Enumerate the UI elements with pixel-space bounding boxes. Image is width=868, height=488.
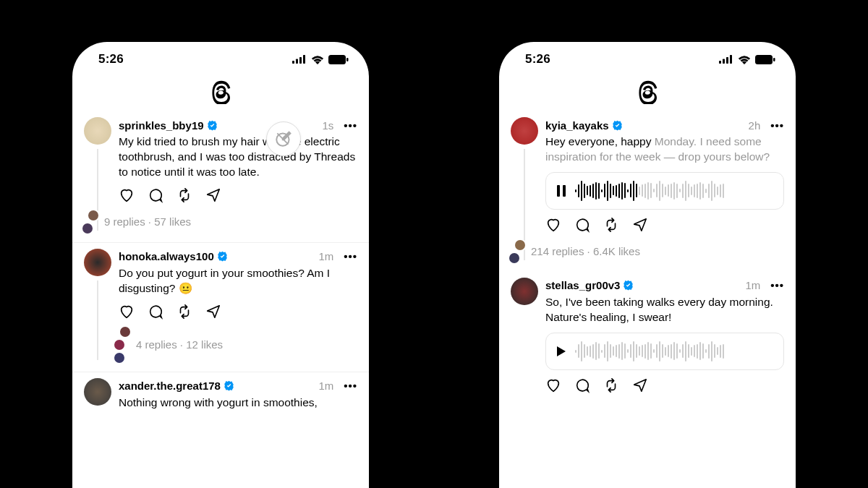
username[interactable]: kyia_kayaks (545, 119, 609, 132)
svg-rect-10 (726, 57, 728, 64)
thread-line (97, 281, 98, 360)
post-stats[interactable]: 4 replies · 12 likes (119, 325, 357, 364)
svg-rect-12 (755, 55, 773, 64)
more-button[interactable]: ••• (344, 120, 357, 131)
timestamp: 2h (749, 119, 761, 132)
svg-rect-5 (346, 58, 349, 61)
status-icons (292, 55, 349, 64)
reply-avatars (119, 325, 132, 364)
reply-avatars (87, 209, 100, 235)
svg-rect-1 (296, 59, 298, 64)
voice-note[interactable] (545, 172, 784, 210)
status-icons (719, 55, 775, 64)
svg-rect-13 (773, 58, 775, 61)
avatar[interactable] (84, 249, 111, 276)
post-text: So, I've been taking walks every day mor… (545, 295, 784, 325)
comment-icon[interactable] (574, 217, 590, 233)
more-button[interactable]: ••• (770, 280, 784, 291)
more-button[interactable]: ••• (770, 120, 784, 131)
pause-icon[interactable] (556, 185, 566, 197)
post-actions (545, 377, 784, 393)
voice-note[interactable] (545, 333, 784, 370)
post[interactable]: stellas_gr00v3 1m ••• So, I've been taki… (499, 272, 796, 401)
verified-badge-icon (623, 280, 634, 291)
feed: sprinkles_bby19 1s ••• My kid tried to b… (72, 111, 369, 418)
svg-rect-11 (730, 55, 732, 64)
wifi-icon (738, 55, 751, 64)
cellular-icon (292, 55, 307, 64)
threads-logo-icon (636, 78, 659, 104)
status-time: 5:26 (525, 52, 550, 67)
phone-left: 5:26 sprinkles_bby19 1s ••• (72, 42, 369, 488)
more-button[interactable]: ••• (344, 380, 357, 391)
status-bar: 5:26 (72, 42, 369, 71)
battery-icon (328, 55, 349, 64)
post-text: My kid tried to brush my hair with the e… (119, 134, 357, 180)
share-icon[interactable] (632, 377, 648, 393)
post-actions (119, 187, 357, 203)
svg-rect-9 (723, 59, 725, 64)
app-header (499, 71, 796, 111)
repost-icon[interactable] (176, 304, 192, 320)
timestamp: 1m (318, 250, 333, 262)
verified-badge-icon (224, 380, 234, 391)
post[interactable]: kyia_kayaks 2h ••• Hey everyone, happy M… (499, 111, 796, 272)
repost-icon[interactable] (176, 187, 192, 203)
reply-avatars (514, 239, 527, 265)
comment-icon[interactable] (148, 187, 163, 203)
post[interactable]: sprinkles_bby19 1s ••• My kid tried to b… (72, 111, 369, 243)
post-text: Nothing wrong with yogurt in smoothies, (119, 395, 357, 411)
compose-floating-button[interactable] (266, 121, 301, 156)
username[interactable]: honoka.always100 (119, 250, 214, 262)
username[interactable]: xander.the.great178 (119, 380, 221, 392)
cellular-icon (719, 55, 733, 64)
comment-icon[interactable] (574, 377, 590, 393)
post-stats[interactable]: 9 replies · 57 likes (87, 209, 357, 235)
more-button[interactable]: ••• (344, 251, 357, 262)
svg-rect-15 (563, 185, 566, 197)
waveform (575, 180, 773, 202)
status-time: 5:26 (98, 52, 124, 67)
phone-right: 5:26 kyia_kayaks 2h ••• Hey (499, 42, 796, 488)
post[interactable]: honoka.always100 1m ••• Do you put yogur… (72, 243, 369, 372)
svg-rect-3 (303, 55, 305, 64)
username[interactable]: stellas_gr00v3 (545, 279, 620, 291)
waveform (575, 341, 773, 362)
like-icon[interactable] (545, 377, 561, 393)
timestamp: 1s (322, 119, 333, 132)
avatar[interactable] (84, 378, 111, 406)
svg-rect-4 (328, 55, 346, 64)
edit-circle-icon (274, 129, 293, 148)
share-icon[interactable] (632, 217, 648, 233)
svg-rect-0 (292, 61, 294, 64)
avatar[interactable] (511, 117, 538, 145)
like-icon[interactable] (545, 217, 561, 233)
like-icon[interactable] (119, 187, 135, 203)
timestamp: 1m (745, 279, 760, 291)
post-text: Do you put yogurt in your smoothies? Am … (119, 266, 357, 296)
username[interactable]: sprinkles_bby19 (119, 119, 204, 132)
post-actions (119, 304, 357, 320)
repost-icon[interactable] (603, 217, 619, 233)
battery-icon (755, 55, 775, 64)
verified-badge-icon (207, 120, 218, 131)
repost-icon[interactable] (603, 377, 619, 393)
avatar[interactable] (511, 278, 538, 305)
verified-badge-icon (612, 120, 623, 131)
svg-rect-8 (719, 61, 721, 64)
share-icon[interactable] (205, 187, 221, 203)
play-icon[interactable] (556, 346, 566, 357)
like-icon[interactable] (119, 304, 135, 320)
post-stats[interactable]: 214 replies · 6.4K likes (514, 239, 784, 265)
verified-badge-icon (217, 251, 228, 262)
post[interactable]: xander.the.great178 1m ••• Nothing wrong… (72, 372, 369, 418)
svg-rect-2 (299, 57, 302, 64)
svg-rect-14 (557, 185, 560, 197)
wifi-icon (311, 55, 324, 64)
threads-logo-icon (209, 78, 232, 104)
status-bar: 5:26 (499, 42, 796, 71)
comment-icon[interactable] (148, 304, 163, 320)
avatar[interactable] (84, 117, 111, 145)
post-actions (545, 217, 784, 233)
share-icon[interactable] (205, 304, 221, 320)
